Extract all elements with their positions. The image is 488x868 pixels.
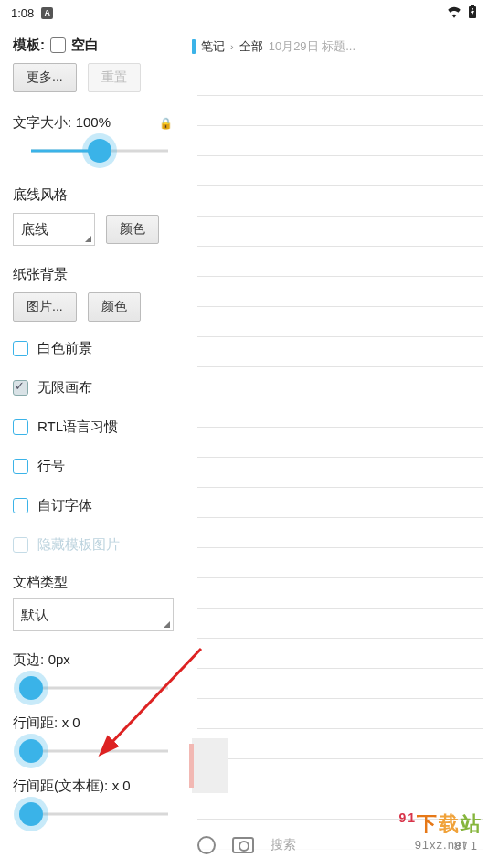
infinite-canvas-row[interactable]: 无限画布: [0, 368, 186, 408]
doc-type-heading: 文档类型: [13, 574, 173, 591]
bottom-toolbar: 搜索 8 / 1: [186, 822, 488, 868]
battery-icon: [468, 5, 477, 22]
breadcrumb-marker-icon: [192, 39, 196, 54]
custom-font-checkbox[interactable]: [13, 498, 28, 513]
template-label: 模板:: [13, 37, 45, 54]
line-spacing-label: 行间距:: [13, 715, 58, 730]
line-spacing-textbox-value: x 0: [112, 778, 131, 793]
line-spacing-value: x 0: [62, 715, 80, 730]
lock-icon: 🔒: [159, 117, 173, 130]
font-size-slider[interactable]: [31, 137, 168, 164]
keyboard-badge-icon: A: [41, 7, 53, 19]
font-size-value: 100%: [76, 114, 111, 130]
custom-font-label: 自订字体: [37, 497, 92, 514]
page-indicator: 8 / 1: [454, 839, 477, 852]
camera-icon[interactable]: [232, 837, 254, 853]
record-icon[interactable]: [197, 836, 216, 854]
line-number-row[interactable]: 行号: [0, 447, 186, 486]
line-spacing-slider[interactable]: [31, 737, 168, 765]
margin-label: 页边:: [13, 651, 44, 667]
white-fg-row[interactable]: 白色前景: [0, 329, 186, 368]
underline-color-button[interactable]: 颜色: [106, 215, 159, 244]
settings-pane: 模板: 空白 更多... 重置 文字大小: 100% 🔒: [0, 26, 186, 868]
status-bar: 1:08 A: [0, 0, 488, 26]
status-time: 1:08: [11, 6, 34, 20]
font-size-label: 文字大小:: [13, 114, 71, 130]
hide-template-img-label: 隐藏模板图片: [37, 536, 120, 554]
infinite-canvas-label: 无限画布: [37, 379, 92, 397]
doc-type-select[interactable]: 默认: [13, 598, 174, 631]
line-number-checkbox[interactable]: [13, 459, 28, 474]
search-input[interactable]: 搜索: [271, 837, 296, 853]
custom-font-row[interactable]: 自订字体: [0, 486, 186, 525]
template-reset-button[interactable]: 重置: [88, 63, 141, 92]
margin-value: 0px: [48, 651, 70, 667]
rtl-label: RTL语言习惯: [37, 418, 118, 436]
hide-template-img-checkbox: [13, 537, 28, 553]
paper-bg-heading: 纸张背景: [13, 266, 173, 283]
selection-block: [192, 738, 228, 793]
underline-style-select[interactable]: 底线: [13, 213, 95, 246]
breadcrumb: 笔记 › 全部 10月29日 标题...: [186, 26, 488, 66]
margin-slider[interactable]: [31, 674, 168, 702]
wifi-icon: [446, 5, 462, 21]
selection-marker: [189, 744, 194, 788]
template-more-button[interactable]: 更多...: [13, 63, 77, 92]
line-number-label: 行号: [37, 458, 65, 475]
white-fg-checkbox[interactable]: [13, 341, 28, 356]
line-spacing-textbox-slider[interactable]: [31, 800, 168, 828]
paper-bg-image-button[interactable]: 图片...: [13, 292, 77, 322]
breadcrumb-all[interactable]: 全部: [239, 38, 263, 55]
rtl-row[interactable]: RTL语言习惯: [0, 408, 186, 447]
infinite-canvas-checkbox[interactable]: [13, 380, 28, 396]
template-blank-label: 空白: [71, 37, 99, 54]
underline-style-heading: 底线风格: [13, 186, 173, 204]
template-blank-checkbox[interactable]: [50, 37, 66, 53]
note-pane: 笔记 › 全部 10月29日 标题... 搜索 8 / 1: [186, 26, 488, 868]
paper-bg-color-button[interactable]: 颜色: [88, 292, 141, 322]
line-spacing-textbox-label: 行间距(文本框):: [13, 778, 108, 793]
hide-template-img-row: 隐藏模板图片: [0, 525, 186, 565]
note-lined-area[interactable]: [197, 66, 483, 868]
breadcrumb-title: 10月29日 标题...: [269, 38, 355, 55]
breadcrumb-notes[interactable]: 笔记: [201, 38, 225, 55]
white-fg-label: 白色前景: [37, 340, 92, 357]
rtl-checkbox[interactable]: [13, 419, 28, 435]
chevron-right-icon: ›: [230, 41, 234, 52]
svg-rect-1: [471, 5, 474, 6]
